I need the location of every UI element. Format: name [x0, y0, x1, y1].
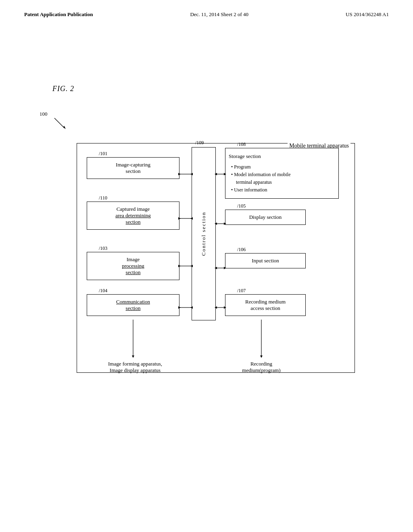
- ref-101-label: /101: [99, 151, 107, 157]
- storage-bullet3: • User information: [231, 186, 335, 194]
- ref-107-label: /107: [237, 288, 246, 294]
- box-107-wrapper: /107 Recording medium access section: [225, 294, 306, 316]
- box-104: Communication section: [87, 294, 179, 316]
- control-section-box: Control section: [192, 147, 216, 320]
- bottom-right-label: Recording medium(program): [225, 361, 298, 374]
- svg-line-0: [54, 118, 65, 128]
- control-section-label: Control section: [200, 212, 207, 256]
- storage-bullet1: • Program: [231, 163, 335, 171]
- header-left: Patent Application Publication: [24, 11, 93, 18]
- box-107: Recording medium access section: [225, 294, 306, 316]
- ref-109: /109: [195, 140, 204, 146]
- storage-bullet2b: terminal apparatus: [231, 179, 335, 186]
- ref-108-label: /108: [237, 141, 246, 148]
- box-108-wrapper: /108 Storage section • Program • Model i…: [225, 148, 339, 199]
- box-104-wrapper: /104 Communication section: [87, 294, 179, 316]
- box-105: Display section: [225, 210, 306, 225]
- svg-marker-1: [63, 126, 66, 129]
- box-103: Image processing section: [87, 252, 179, 280]
- ref-104-label: /104: [99, 288, 107, 294]
- diagram-area: Mobile terminal apparatus Control sectio…: [77, 123, 367, 397]
- ref-103-label: /103: [99, 245, 107, 251]
- box-101: Image-capturing section: [87, 157, 179, 179]
- box-106: Input section: [225, 253, 306, 268]
- fig-label: FIG. 2: [52, 85, 74, 93]
- box-110: Captured image area determining section: [87, 202, 179, 230]
- ref-110-label: /110: [99, 195, 107, 201]
- ref-105-label: /105: [237, 203, 246, 209]
- storage-bullet2: • Model information of mobile: [231, 171, 335, 179]
- header-center: Dec. 11, 2014 Sheet 2 of 40: [190, 11, 248, 18]
- box-110-wrapper: /110 Captured image area determining sec…: [87, 202, 179, 230]
- box-108: Storage section • Program • Model inform…: [225, 148, 339, 199]
- ref-106-label: /106: [237, 247, 246, 253]
- storage-title: Storage section: [229, 152, 335, 161]
- box-105-wrapper: /105 Display section: [225, 210, 306, 225]
- box-106-wrapper: /106 Input section: [225, 253, 306, 268]
- header-right: US 2014/362248 A1: [346, 11, 389, 18]
- bottom-left-label: Image forming apparatus, Image display a…: [89, 361, 181, 374]
- box-101-wrapper: /101 Image-capturing section: [87, 157, 179, 179]
- box-103-wrapper: /103 Image processing section: [87, 252, 179, 280]
